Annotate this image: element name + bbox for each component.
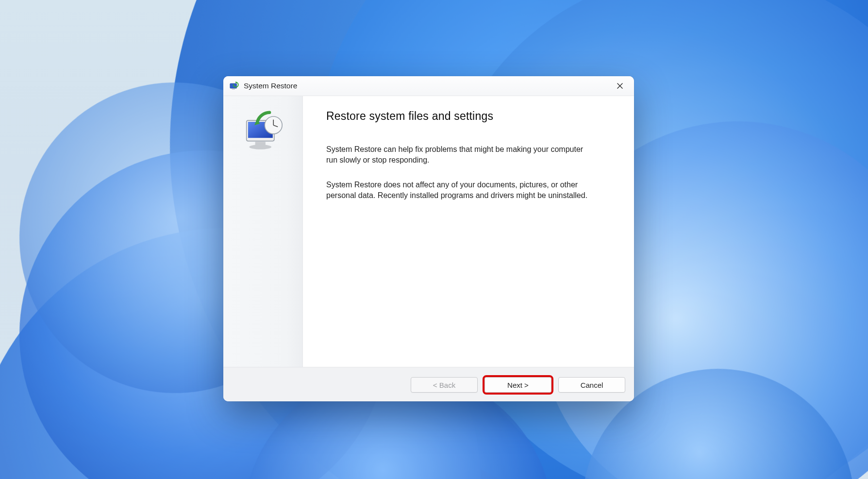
cancel-button[interactable]: Cancel: [558, 377, 625, 393]
page-paragraph-2: System Restore does not affect any of yo…: [326, 180, 588, 200]
wizard-content: Restore system files and settings System…: [303, 96, 634, 367]
window-title: System Restore: [244, 82, 297, 90]
wizard-sidebar: [223, 96, 303, 367]
system-restore-icon: [229, 81, 239, 91]
wizard-illustration-icon: [239, 108, 287, 155]
page-heading: Restore system files and settings: [326, 110, 607, 123]
page-paragraph-1: System Restore can help fix problems tha…: [326, 144, 588, 165]
wizard-footer: < Back Next > Cancel: [223, 367, 634, 401]
system-restore-window: System Restore: [223, 76, 634, 401]
back-button: < Back: [411, 377, 478, 393]
wizard-body: Restore system files and settings System…: [223, 96, 634, 367]
titlebar[interactable]: System Restore: [223, 76, 634, 96]
next-button[interactable]: Next >: [484, 377, 551, 393]
svg-rect-2: [232, 89, 235, 90]
svg-point-7: [249, 145, 271, 149]
close-button[interactable]: [609, 78, 631, 94]
close-icon: [617, 83, 623, 89]
